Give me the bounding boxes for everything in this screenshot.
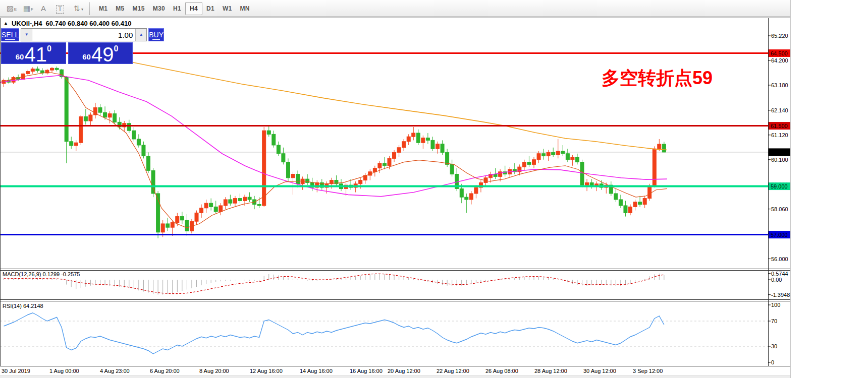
trade-buttons-row: SELL ▼ ▲ BUY [1, 28, 133, 41]
timeframe-w1-button[interactable]: W1 [219, 3, 236, 14]
buy-price-main: 49 [91, 45, 114, 64]
timeframe-m1-button[interactable]: M1 [95, 3, 112, 14]
bottom-status-strip [0, 375, 790, 378]
svg-text:65.220: 65.220 [771, 33, 788, 39]
svg-text:63.180: 63.180 [771, 82, 788, 88]
svg-text:58.060: 58.060 [771, 206, 788, 212]
svg-text:57.000: 57.000 [771, 232, 788, 238]
svg-text:0: 0 [771, 359, 774, 365]
one-click-trading-widget: SELL ▼ ▲ BUY 60 41 0 60 49 0 [1, 28, 133, 64]
timeframe-m30-button[interactable]: M30 [149, 3, 169, 14]
price-axis: 65.22064.20063.18062.14061.12060.10059.0… [768, 33, 790, 365]
timeframe-d1-button[interactable]: D1 [202, 3, 219, 14]
svg-text:26 Aug 08:00: 26 Aug 08:00 [485, 368, 518, 374]
right-empty-area [790, 0, 868, 378]
svg-text:0.00: 0.00 [771, 277, 782, 283]
svg-text:64.200: 64.200 [771, 57, 788, 64]
svg-text:64.500: 64.500 [771, 50, 788, 56]
sell-price-main: 41 [24, 45, 47, 64]
dropdown-caret-icon[interactable]: ▾ [81, 4, 83, 15]
grid-pattern-icon[interactable]: ▦F [20, 3, 33, 14]
symbol-timeframe-label: UKOil-,H4 [12, 20, 42, 27]
buy-price-prefix: 60 [82, 52, 91, 61]
cycles-arrows-icon[interactable]: ⇅▾ [70, 3, 83, 14]
cycles-arrows-glyph: ⇅ [74, 4, 80, 13]
svg-text:4 Aug 23:00: 4 Aug 23:00 [100, 368, 130, 374]
text-label-icon[interactable]: A [37, 3, 50, 14]
svg-text:22 Aug 12:00: 22 Aug 12:00 [437, 368, 469, 374]
macd-panel[interactable]: MACD(12,26,9) 0.1299 -0.2575 [3, 271, 664, 295]
svg-text:MACD(12,26,9) 0.1299 -0.2575: MACD(12,26,9) 0.1299 -0.2575 [3, 271, 80, 277]
buy-button[interactable]: BUY [148, 28, 164, 41]
svg-text:59.000: 59.000 [771, 183, 788, 190]
indicators-hatch-glyph: ▨ [7, 4, 14, 13]
svg-text:12 Aug 16:00: 12 Aug 16:00 [250, 368, 283, 374]
sell-price-sup: 0 [47, 44, 51, 53]
svg-text:1 Aug 00:00: 1 Aug 00:00 [49, 368, 79, 374]
svg-text:0.5744: 0.5744 [771, 271, 788, 277]
svg-text:6 Aug 20:00: 6 Aug 20:00 [150, 368, 180, 374]
svg-text:3 Sep 12:00: 3 Sep 12:00 [633, 368, 663, 374]
chart-text-annotation: 多空转折点59 [602, 66, 713, 91]
ohlc-quote-values: 60.740 60.840 60.400 60.410 [46, 20, 132, 27]
grid-pattern-glyph: ▦ [23, 4, 30, 13]
sell-price-prefix: 60 [16, 52, 24, 61]
time-axis: 30 Jul 20191 Aug 00:004 Aug 23:006 Aug 2… [2, 368, 663, 374]
text-box-icon[interactable]: T [53, 3, 67, 14]
svg-text:70: 70 [771, 318, 777, 324]
chart-title-bar: ▲ UKOil-,H4 60.740 60.840 60.400 60.410 [4, 20, 131, 27]
svg-text:60.410: 60.410 [771, 149, 788, 155]
moving-averages-layer [0, 62, 667, 228]
svg-text:RSI(14) 64.2148: RSI(14) 64.2148 [3, 303, 43, 309]
svg-text:-1.3948: -1.3948 [771, 292, 790, 298]
volume-spinner: ▼ ▲ [21, 28, 147, 41]
svg-text:28 Aug 12:00: 28 Aug 12:00 [534, 368, 567, 374]
svg-text:60.100: 60.100 [771, 157, 788, 163]
indicators-hatch-icon[interactable]: ▨E [4, 3, 17, 14]
text-label-glyph: A [41, 4, 46, 13]
buy-price-panel[interactable]: 60 49 0 [68, 42, 133, 64]
text-box-glyph: T [56, 5, 64, 14]
timeframe-m5-button[interactable]: M5 [112, 3, 128, 14]
trading-platform-window: MACD(12,26,9) 0.1299 -0.2575RSI(14) 64.2… [0, 0, 868, 378]
toolbar-separator [89, 3, 90, 15]
timeframe-h1-button[interactable]: H1 [169, 3, 185, 14]
svg-text:8 Aug 20:00: 8 Aug 20:00 [199, 368, 229, 374]
timeframe-m15-button[interactable]: M15 [129, 3, 149, 14]
timeframe-mn-button[interactable]: MN [236, 3, 254, 14]
svg-text:100: 100 [771, 302, 780, 308]
svg-text:14 Aug 16:00: 14 Aug 16:00 [300, 368, 333, 374]
svg-text:56.000: 56.000 [771, 256, 788, 262]
collapse-arrow-icon[interactable]: ▲ [4, 21, 8, 26]
timeframe-h4-button[interactable]: H4 [185, 2, 202, 15]
svg-text:62.140: 62.140 [771, 107, 788, 113]
volume-increase-button[interactable]: ▲ [135, 29, 146, 41]
rsi-panel[interactable]: RSI(14) 64.2148 [0, 303, 768, 354]
toolbar: ▨E ▦F A T ⇅▾ M1 M5 M15 M30 H1 H4 D1 W1 M… [0, 0, 790, 17]
sell-price-panel[interactable]: 60 41 0 [1, 42, 66, 64]
svg-text:30 Aug 12:00: 30 Aug 12:00 [583, 368, 616, 374]
svg-text:16 Aug 16:00: 16 Aug 16:00 [350, 368, 383, 374]
svg-text:61.120: 61.120 [771, 132, 788, 138]
sell-button[interactable]: SELL [1, 28, 19, 41]
svg-text:30 Jul 2019: 30 Jul 2019 [2, 368, 30, 374]
volume-decrease-button[interactable]: ▼ [21, 29, 32, 41]
volume-input[interactable] [32, 29, 135, 41]
svg-text:61.500: 61.500 [771, 123, 788, 129]
trade-prices-row: 60 41 0 60 49 0 [1, 42, 133, 64]
svg-text:20 Aug 12:00: 20 Aug 12:00 [388, 368, 420, 374]
buy-price-sup: 0 [114, 44, 118, 53]
svg-text:30: 30 [771, 343, 777, 349]
